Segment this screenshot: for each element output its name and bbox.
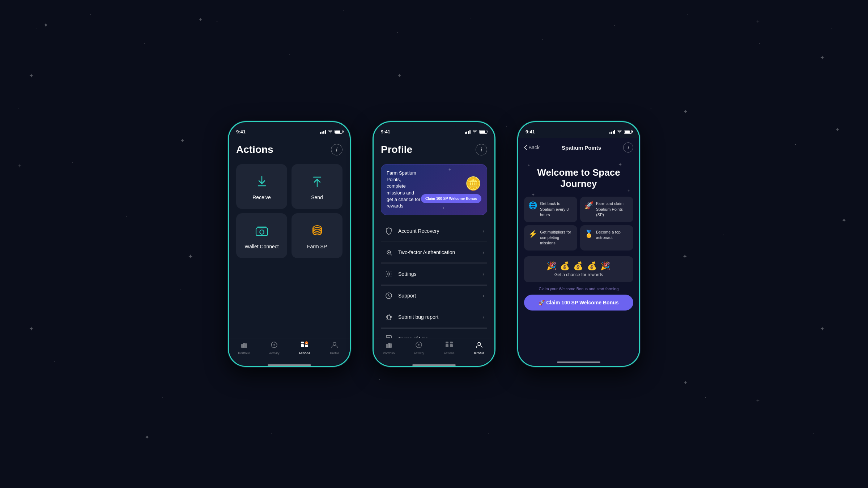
nav-actions-label-2: Actions xyxy=(444,351,455,355)
svg-rect-24 xyxy=(387,315,390,319)
send-icon xyxy=(309,173,326,190)
support-icon xyxy=(384,291,394,301)
star-decoration: ✦ xyxy=(188,253,193,260)
info-button-1[interactable]: i xyxy=(331,144,342,155)
sp-star: + xyxy=(528,163,530,167)
signal-bar xyxy=(323,131,324,134)
actions-content: Actions i xyxy=(229,138,350,338)
phone-2-frame: 9:41 xyxy=(373,121,495,367)
sp-content: + ✦ + ✦ Welcome to Space Journey 🌐 Get b… xyxy=(518,157,639,359)
sp-star: ✦ xyxy=(618,162,622,167)
star-decoration: + xyxy=(181,137,184,144)
signal-bars-2 xyxy=(465,129,471,134)
farm-label: Farm SP xyxy=(307,244,327,249)
status-icons-3 xyxy=(609,129,632,134)
phone-notch-2 xyxy=(412,122,456,132)
menu-label-bug: Submit bug report xyxy=(398,314,438,320)
home-indicator-1 xyxy=(268,364,311,366)
menu-item-left-terms: Terms of Use xyxy=(384,334,428,338)
doc-icon xyxy=(384,334,394,338)
info-icon-2: i xyxy=(481,147,482,153)
nav-activity-1[interactable]: Activity xyxy=(259,341,290,355)
svg-rect-12 xyxy=(301,344,304,347)
back-button[interactable]: Back xyxy=(524,145,540,150)
signal-bar xyxy=(325,130,326,134)
signal-bar xyxy=(609,132,610,134)
status-icons-2 xyxy=(465,129,488,134)
nav-profile-2[interactable]: Profile xyxy=(464,341,495,355)
menu-item-left: Account Recovery xyxy=(384,226,439,236)
reward-card: 🎉 💰 💰 💰 🎉 Get a chance for rewards xyxy=(524,256,633,282)
star-decoration: + xyxy=(684,380,687,386)
status-time-1: 9:41 xyxy=(236,129,246,134)
promo-right: 🪙 Claim 100 SP Welcome Bonus xyxy=(421,176,481,203)
phone-profile: 9:41 xyxy=(373,121,495,367)
battery-1 xyxy=(335,130,342,134)
menu-bug-report[interactable]: Submit bug report › xyxy=(381,307,487,328)
feature-text-multiplier: Get multipliers for completing missions xyxy=(540,230,573,246)
sp-info-button[interactable]: i xyxy=(623,142,633,153)
status-icons-1 xyxy=(320,129,343,134)
actions-header: Actions i xyxy=(236,144,342,155)
bug-icon xyxy=(384,312,394,322)
receive-label: Receive xyxy=(252,194,271,200)
menu-settings[interactable]: Settings › xyxy=(381,264,487,284)
star-decoration: ✦ xyxy=(842,217,846,224)
svg-rect-40 xyxy=(450,344,453,347)
scan-icon xyxy=(384,247,394,257)
wallet-icon xyxy=(253,222,271,239)
nav-portfolio-1[interactable]: Portfolio xyxy=(229,341,259,355)
svg-point-22 xyxy=(388,273,390,275)
chevron-icon-settings: › xyxy=(482,271,484,277)
nav-actions-1[interactable]: • Actions xyxy=(289,341,320,355)
menu-account-recovery[interactable]: Account Recovery › xyxy=(381,221,487,241)
wifi-icon-1 xyxy=(328,129,333,134)
svg-line-21 xyxy=(391,254,392,255)
farm-card[interactable]: Farm SP xyxy=(292,213,342,258)
actions-title: Actions xyxy=(236,144,273,155)
svg-rect-39 xyxy=(446,344,448,347)
claim-btn-profile[interactable]: Claim 100 SP Welcome Bonus xyxy=(421,194,481,203)
send-card[interactable]: Send xyxy=(292,164,342,209)
nav-portfolio-2[interactable]: Portfolio xyxy=(374,341,404,355)
menu-item-left-bug: Submit bug report xyxy=(384,312,438,322)
sp-info-icon: i xyxy=(627,145,629,150)
receive-icon xyxy=(253,173,271,190)
feature-emoji-farm: 🚀 xyxy=(584,201,593,210)
promo-banner: + + Farm Spatium Points, complete missio… xyxy=(381,164,487,215)
wallet-card[interactable]: Wallet Connect xyxy=(236,213,287,258)
menu-support[interactable]: Support › xyxy=(381,285,487,306)
claim-main-button[interactable]: 🚀 Claim 100 SP Welcome Bonus xyxy=(524,295,633,311)
menu-label-account-recovery: Account Recovery xyxy=(398,228,439,234)
menu-item-left-settings: Settings xyxy=(384,269,417,279)
bottom-nav-2: Portfolio Activity xyxy=(374,338,494,362)
shield-icon xyxy=(384,226,394,236)
star-decoration: + xyxy=(836,127,839,133)
portfolio-icon-2 xyxy=(385,341,392,350)
feature-grid: 🌐 Get back to Spatium every 8 hours 🚀 Fa… xyxy=(524,197,633,250)
svg-text:•: • xyxy=(306,342,307,344)
menu-item-left-support: Support xyxy=(384,291,416,301)
menu-terms[interactable]: Terms of Use › xyxy=(381,328,487,338)
nav-profile-1[interactable]: Profile xyxy=(320,341,350,355)
star-decoration: ✦ xyxy=(29,325,34,332)
menu-item-left-2fa: Two-factor Authentication xyxy=(384,247,455,257)
info-button-2[interactable]: i xyxy=(476,144,487,155)
nav-profile-label-2: Profile xyxy=(474,351,484,355)
battery-2 xyxy=(479,130,487,134)
svg-point-18 xyxy=(333,342,336,345)
send-label: Send xyxy=(311,194,323,200)
svg-rect-42 xyxy=(450,342,453,343)
reward-emojis: 🎉 💰 💰 💰 🎉 xyxy=(546,261,610,271)
feature-emoji-astronaut: 🥇 xyxy=(584,230,593,238)
nav-actions-2[interactable]: Actions xyxy=(434,341,464,355)
status-time-2: 9:41 xyxy=(381,129,390,134)
back-label: Back xyxy=(528,145,540,150)
receive-card[interactable]: Receive xyxy=(236,164,287,209)
promo-text: Farm Spatium Points, complete missions a… xyxy=(387,170,421,209)
star-decoration: ✦ xyxy=(820,54,825,61)
battery-3 xyxy=(624,130,632,134)
menu-two-factor[interactable]: Two-factor Authentication › xyxy=(381,242,487,263)
home-indicator-3 xyxy=(557,361,600,363)
nav-activity-2[interactable]: Activity xyxy=(404,341,434,355)
